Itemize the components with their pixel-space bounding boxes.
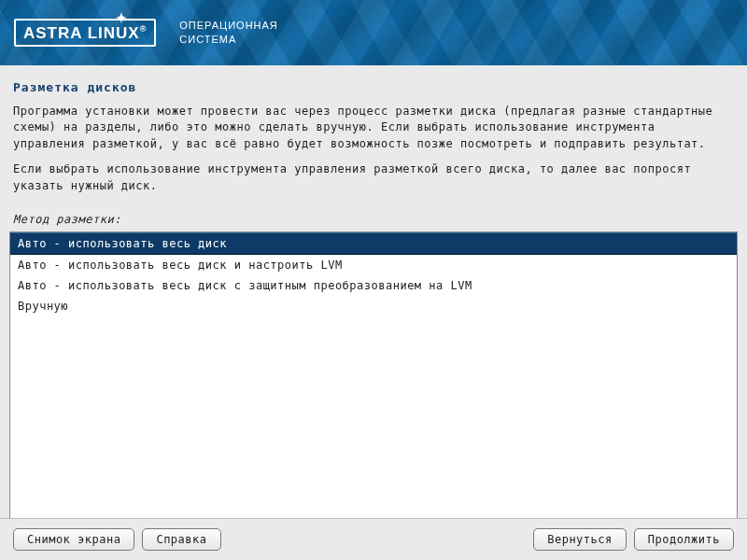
- partitioning-method-list[interactable]: Авто - использовать весь диск Авто - исп…: [9, 231, 738, 521]
- option-auto-whole-disk-lvm[interactable]: Авто - использовать весь диск и настроит…: [10, 255, 737, 275]
- astra-linux-logo: ✦ ASTRA LINUX®: [14, 19, 156, 47]
- header-subtitle: ОПЕРАЦИОННАЯ СИСТЕМА: [179, 19, 278, 48]
- description-text: Программа установки может провести вас ч…: [9, 104, 738, 211]
- registered-mark: ®: [140, 24, 148, 34]
- continue-button[interactable]: Продолжить: [634, 528, 734, 551]
- star-icon: ✦: [116, 10, 128, 25]
- footer-toolbar: Снимок экрана Справка Вернуться Продолжи…: [0, 518, 747, 560]
- option-manual[interactable]: Вручную: [10, 296, 737, 316]
- method-label: Метод разметки:: [9, 211, 738, 230]
- screenshot-button[interactable]: Снимок экрана: [13, 528, 134, 551]
- help-button[interactable]: Справка: [142, 528, 220, 551]
- description-paragraph-2: Если выбрать использование инструмента у…: [13, 161, 734, 194]
- description-paragraph-1: Программа установки может провести вас ч…: [13, 104, 734, 152]
- logo-text: ASTRA LINUX: [23, 24, 140, 42]
- subtitle-line-1: ОПЕРАЦИОННАЯ: [179, 19, 278, 33]
- subtitle-line-2: СИСТЕМА: [179, 33, 278, 47]
- option-auto-whole-disk[interactable]: Авто - использовать весь диск: [10, 232, 737, 255]
- page-title: Разметка дисков: [9, 73, 738, 104]
- option-auto-whole-disk-encrypted-lvm[interactable]: Авто - использовать весь диск с защитным…: [10, 275, 737, 296]
- main-content: Разметка дисков Программа установки може…: [0, 65, 747, 521]
- installer-header: ✦ ASTRA LINUX® ОПЕРАЦИОННАЯ СИСТЕМА: [0, 0, 747, 65]
- back-button[interactable]: Вернуться: [533, 528, 627, 551]
